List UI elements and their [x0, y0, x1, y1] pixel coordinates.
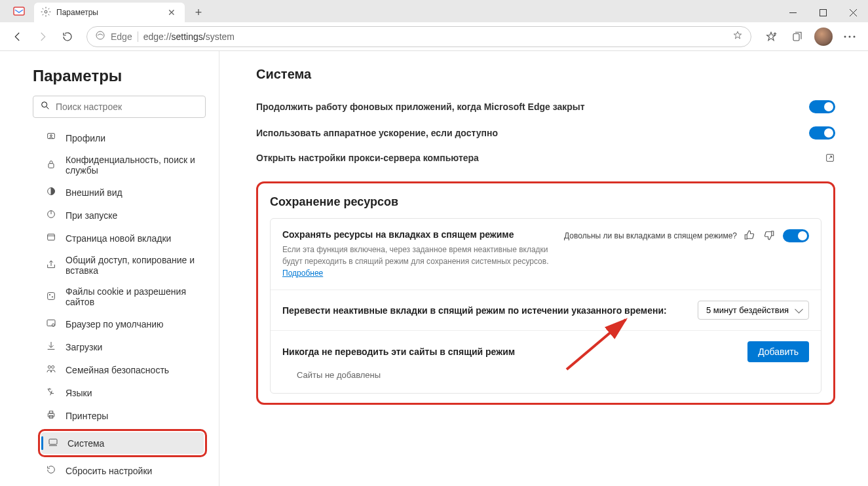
collections-button[interactable] [785, 26, 809, 48]
sleep-desc: Если эта функция включена, через заданно… [282, 244, 551, 279]
svg-point-24 [49, 294, 50, 295]
toggle-background-apps[interactable] [809, 100, 835, 113]
sidebar-item-family[interactable]: Семейная безопасность [39, 359, 212, 381]
maximize-button[interactable] [808, 3, 838, 22]
back-button[interactable] [7, 26, 29, 48]
sidebar-item-printers[interactable]: Принтеры [39, 405, 212, 426]
sleep-tabs-row: Сохранять ресурсы на вкладках в спящем р… [271, 219, 821, 290]
sidebar-item-reset[interactable]: Сбросить настройки [39, 460, 212, 481]
thumbs-down-icon[interactable] [763, 229, 776, 242]
sidebar-item-startup[interactable]: При запуске [39, 204, 212, 226]
svg-point-12 [854, 35, 856, 37]
page-title: Система [256, 67, 835, 82]
search-icon [40, 100, 50, 113]
external-link-icon [825, 153, 835, 163]
svg-point-16 [50, 135, 52, 137]
add-button[interactable]: Добавить [747, 341, 809, 362]
sidebar-item-label: Сбросить настройки [66, 466, 152, 476]
url-text: edge://settings/system [143, 31, 727, 42]
sidebar: Параметры Профили Конфиденциальность, по… [0, 51, 219, 486]
setting-label: Продолжить работу фоновых приложений, ко… [256, 102, 809, 112]
content: Параметры Профили Конфиденциальность, по… [0, 51, 868, 486]
sidebar-item-profiles[interactable]: Профили [39, 127, 212, 149]
sidebar-item-languages[interactable]: Языки [39, 382, 212, 403]
svg-point-10 [844, 35, 846, 37]
timeout-label: Перевести неактивные вкладки в спящий ре… [282, 305, 667, 316]
close-tab-icon[interactable]: ✕ [165, 7, 178, 18]
reload-button[interactable] [56, 26, 79, 48]
language-icon [46, 386, 56, 399]
timeout-dropdown[interactable]: 5 минут бездействия [698, 301, 809, 320]
reset-icon [46, 464, 56, 477]
feedback-question: Довольны ли вы вкладками в спящем режиме… [564, 231, 737, 240]
sidebar-item-privacy[interactable]: Конфиденциальность, поиск и службы [39, 150, 212, 180]
sidebar-item-label: Семейная безопасность [66, 365, 169, 375]
toggle-hardware-accel[interactable] [809, 126, 835, 140]
sidebar-item-downloads[interactable]: Загрузки [39, 336, 212, 358]
learn-more-link[interactable]: Подробнее [282, 269, 323, 278]
settings-search[interactable] [33, 96, 206, 118]
search-input[interactable] [56, 102, 198, 112]
sidebar-item-phone[interactable]: Телефон и другие устройства [39, 483, 212, 486]
thumbs-up-icon[interactable] [744, 229, 757, 242]
share-icon [46, 259, 56, 272]
sidebar-item-label: Принтеры [66, 411, 108, 421]
cookie-icon [46, 291, 56, 303]
lock-icon [46, 159, 56, 172]
favorite-icon[interactable] [732, 30, 743, 43]
forward-button[interactable] [31, 26, 54, 48]
tab-strip: Параметры ✕ + [0, 3, 778, 22]
sidebar-item-label: Загрузки [66, 342, 102, 352]
sidebar-item-label: Браузер по умолчанию [66, 319, 164, 329]
browser-tab[interactable]: Параметры ✕ [34, 3, 185, 22]
newtab-icon [46, 232, 56, 244]
system-icon [48, 437, 58, 449]
resources-title: Сохранение ресурсов [270, 195, 821, 209]
svg-rect-33 [49, 439, 57, 444]
svg-point-6 [96, 31, 104, 39]
family-icon [46, 364, 56, 376]
sidebar-highlight: Система [38, 429, 207, 457]
feedback-area: Довольны ли вы вкладками в спящем режиме… [564, 229, 809, 242]
window-controls [778, 3, 868, 22]
toolbar-actions [759, 26, 861, 48]
printer-icon [46, 409, 56, 422]
svg-rect-31 [49, 411, 52, 413]
sidebar-item-label: Файлы cookie и разрешения сайтов [66, 286, 206, 307]
close-window-button[interactable] [838, 3, 868, 22]
sidebar-item-newtab[interactable]: Страница новой вкладки [39, 227, 212, 249]
timeout-row: Перевести неактивные вкладки в спящий ре… [271, 290, 821, 330]
sidebar-item-share[interactable]: Общий доступ, копирование и вставка [39, 250, 212, 280]
never-sleep-row: Никогда не переводить эти сайты в спящий… [271, 330, 821, 393]
sidebar-item-label: Общий доступ, копирование и вставка [66, 255, 206, 276]
tab-title: Параметры [56, 8, 98, 17]
sidebar-item-system[interactable]: Система [41, 432, 204, 454]
sidebar-item-label: Система [67, 438, 104, 449]
browser-icon [46, 318, 56, 330]
edge-label: Edge [111, 31, 138, 42]
setting-label: Использовать аппаратное ускорение, если … [256, 128, 809, 138]
svg-rect-23 [48, 292, 55, 299]
menu-button[interactable] [838, 26, 861, 48]
address-bar[interactable]: Edge edge://settings/system [86, 26, 751, 47]
new-tab-button[interactable]: + [189, 3, 208, 22]
gear-icon [41, 7, 51, 19]
svg-rect-9 [793, 33, 799, 41]
avatar[interactable] [812, 26, 835, 48]
profile-icon [46, 132, 56, 144]
sidebar-item-default[interactable]: Браузер по умолчанию [39, 313, 212, 335]
main-panel: Система Продолжить работу фоновых прилож… [219, 51, 868, 486]
empty-message: Сайты не добавлены [282, 362, 809, 383]
minimize-button[interactable] [778, 3, 808, 22]
sidebar-item-label: Конфиденциальность, поиск и службы [66, 155, 206, 176]
sidebar-item-appearance[interactable]: Внешний вид [39, 181, 212, 203]
svg-rect-26 [47, 320, 55, 326]
app-logo [10, 3, 28, 20]
favorites-button[interactable] [759, 26, 783, 48]
svg-rect-0 [14, 7, 24, 15]
svg-point-13 [42, 102, 47, 107]
setting-row-proxy[interactable]: Открыть настройки прокси-сервера компьют… [256, 146, 835, 170]
sidebar-item-cookies[interactable]: Файлы cookie и разрешения сайтов [39, 282, 212, 312]
setting-row-hardware: Использовать аппаратное ускорение, если … [256, 120, 835, 146]
toggle-sleep-tabs[interactable] [783, 229, 809, 242]
